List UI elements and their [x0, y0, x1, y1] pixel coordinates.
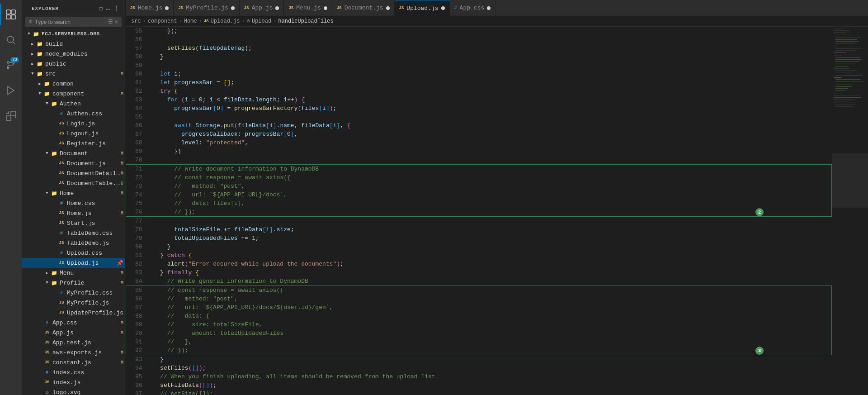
activity-bar-explorer[interactable]: [0, 4, 22, 25]
tree-item-build[interactable]: 📁 build: [22, 39, 125, 49]
code-content-57[interactable]: setFiles(fileUpdateTag);: [150, 44, 832, 52]
tree-item-document-folder[interactable]: 📁 Document M: [22, 148, 125, 158]
code-content-64[interactable]: progressBar[0] = progressBarFactory(file…: [150, 104, 832, 113]
tree-item-updateprofile-js[interactable]: JS UpdateProfile.js: [22, 308, 125, 318]
tree-item-aws-exports[interactable]: JS aws-exports.js M: [22, 347, 125, 357]
tree-item-tabledemo-css[interactable]: # TableDemo.css: [22, 228, 125, 238]
code-content-55[interactable]: });: [150, 27, 832, 35]
more-options-icon[interactable]: ⋮: [113, 5, 120, 12]
code-content-93[interactable]: }: [150, 355, 832, 364]
tab-menu-js[interactable]: JS Menu.js: [284, 0, 332, 16]
code-content-79[interactable]: totalUploadedFiles += 1;: [150, 234, 832, 243]
code-content-58[interactable]: }: [150, 52, 832, 61]
tree-item-upload-js[interactable]: JS Upload.js 📌: [22, 258, 125, 268]
code-content-66[interactable]: await Storage.put(fileData[i].name, file…: [150, 121, 832, 130]
crumb-handle-upload[interactable]: handleUploadFiles: [278, 18, 333, 24]
code-content-88[interactable]: // data: {: [150, 312, 832, 320]
tree-item-myprofile-js[interactable]: JS MyProfile.js: [22, 298, 125, 308]
tree-item-index-css[interactable]: # index.css: [22, 367, 125, 377]
code-content-60[interactable]: let i;: [150, 70, 832, 78]
code-content-76[interactable]: // });2: [150, 208, 832, 217]
code-content-71[interactable]: // Write document information to DynamoD…: [150, 165, 832, 174]
crumb-home[interactable]: Home: [184, 18, 197, 24]
code-content-62[interactable]: try {: [150, 87, 832, 95]
tree-item-constant-js[interactable]: JS constant.js M: [22, 357, 125, 367]
tree-item-app-js[interactable]: JS App.js M: [22, 328, 125, 338]
code-content-84[interactable]: // Write general information to DynamoDB: [150, 277, 832, 286]
tree-item-menu-folder[interactable]: 📁 Menu M: [22, 268, 125, 278]
code-content-97[interactable]: // setSize([]);: [150, 390, 832, 395]
code-content-82[interactable]: alert("Error occured while upload the do…: [150, 260, 832, 268]
tab-document-js[interactable]: JS Document.js: [332, 0, 395, 16]
code-content-61[interactable]: let progressBar = [];: [150, 78, 832, 87]
tree-item-login-js[interactable]: JS Login.js: [22, 119, 125, 128]
code-content-72[interactable]: // const response = await axios({: [150, 173, 832, 182]
code-content-92[interactable]: // });3: [150, 346, 832, 355]
tab-app-js[interactable]: JS App.js: [240, 0, 284, 16]
new-folder-icon[interactable]: …: [106, 5, 110, 12]
tree-item-index-js[interactable]: JS index.js: [22, 377, 125, 387]
code-content-86[interactable]: // method: "post",: [150, 295, 832, 303]
activity-bar-search[interactable]: [0, 29, 22, 51]
code-content-96[interactable]: setFileData([]);: [150, 381, 832, 390]
tree-item-register-js[interactable]: JS Register.js: [22, 138, 125, 148]
tree-item-authen-css[interactable]: # Authen.css: [22, 109, 125, 119]
code-content-91[interactable]: // },: [150, 338, 832, 346]
crumb-upload[interactable]: Upload: [252, 18, 271, 24]
code-content-73[interactable]: // method: "post",: [150, 182, 832, 190]
tree-item-upload-css[interactable]: # Upload.css: [22, 248, 125, 258]
code-content-78[interactable]: totalSizeFile += fileData[i].size;: [150, 225, 832, 234]
code-content-69[interactable]: }): [150, 147, 832, 156]
code-content-75[interactable]: // data: files[i],: [150, 199, 832, 208]
code-content-87[interactable]: // url: `${APP_API_URL}/docs/${user.id}/…: [150, 303, 832, 312]
tab-app-css[interactable]: # App.css: [450, 0, 496, 16]
tree-item-common[interactable]: 📁 common: [22, 79, 125, 89]
tree-item-node-modules[interactable]: 📁 node_modules: [22, 49, 125, 59]
crumb-src[interactable]: src: [131, 18, 141, 24]
code-content-85[interactable]: // const response = await axios({: [150, 286, 832, 295]
tree-item-start-js[interactable]: JS Start.js: [22, 218, 125, 228]
code-content-70[interactable]: [150, 156, 832, 165]
clear-search-icon[interactable]: ✕: [115, 19, 118, 25]
code-content-95[interactable]: // When you finish uploading, all items …: [150, 372, 832, 381]
code-content-56[interactable]: [150, 35, 832, 44]
tab-home-js[interactable]: JS Home.js: [126, 0, 174, 16]
tree-item-document-table-js[interactable]: JS DocumentTable.js U: [22, 178, 125, 188]
tree-item-home-folder[interactable]: 📁 Home M: [22, 188, 125, 198]
tree-item-document-js[interactable]: JS Document.js M: [22, 158, 125, 168]
tree-item-app-test-js[interactable]: JS App.test.js: [22, 338, 125, 347]
activity-bar-extensions[interactable]: [0, 105, 22, 127]
root-folder[interactable]: 📁 FCJ-SERVERLESS-DMS: [22, 29, 125, 39]
search-input[interactable]: [35, 19, 105, 25]
tree-item-logout-js[interactable]: JS Logout.js: [22, 128, 125, 138]
code-content-94[interactable]: setFiles([]);: [150, 364, 832, 372]
code-content-77[interactable]: [150, 217, 832, 226]
tab-myprofile-js[interactable]: JS MyProfile.js: [174, 0, 239, 16]
tree-item-public[interactable]: 📁 public: [22, 59, 125, 69]
tree-item-home-css[interactable]: # Home.css: [22, 198, 125, 208]
code-content-68[interactable]: level: "protected",: [150, 138, 832, 147]
activity-bar-debug[interactable]: [0, 80, 22, 101]
tree-item-tabledemo-js[interactable]: JS TableDemo.js: [22, 238, 125, 248]
code-content-81[interactable]: } catch {: [150, 251, 832, 260]
tree-item-profile-folder[interactable]: 📁 Profile M: [22, 278, 125, 288]
tree-item-authen[interactable]: 📁 Authen: [22, 99, 125, 109]
code-content-63[interactable]: for (i = 0; i < fileData.length; i++) {: [150, 95, 832, 104]
tree-item-component[interactable]: 📁 component M: [22, 89, 125, 99]
code-content-74[interactable]: // url: `${APP_API_URL}/docs`,: [150, 190, 832, 199]
code-content-65[interactable]: [150, 113, 832, 121]
code-content-90[interactable]: // amount: totalUploadedFiles: [150, 329, 832, 338]
tree-item-src[interactable]: 📁 src M: [22, 69, 125, 79]
code-content-83[interactable]: } finally {: [150, 268, 832, 277]
tree-item-home-js[interactable]: JS Home.js M: [22, 208, 125, 218]
code-content-89[interactable]: // size: totalSizeFile,: [150, 320, 832, 329]
code-content-59[interactable]: [150, 61, 832, 70]
crumb-component[interactable]: component: [148, 18, 177, 24]
activity-bar-scm[interactable]: 23: [0, 54, 22, 76]
code-content-67[interactable]: progressCallback: progressBar[0],: [150, 130, 832, 138]
tab-upload-js[interactable]: JS Upload.js: [395, 0, 450, 16]
crumb-upload-js[interactable]: Upload.js: [211, 18, 240, 24]
filter-icon[interactable]: ☰: [108, 19, 113, 25]
tree-item-document-detail-js[interactable]: JS DocumentDetail.js M: [22, 168, 125, 178]
tree-item-myprofile-css[interactable]: # MyProfile.css: [22, 288, 125, 298]
